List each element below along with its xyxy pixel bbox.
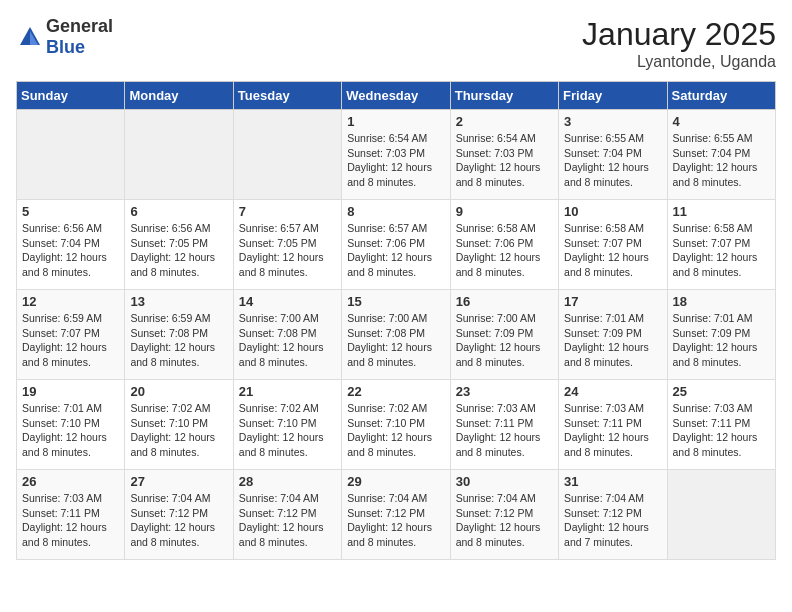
calendar-cell: 21Sunrise: 7:02 AMSunset: 7:10 PMDayligh… [233,380,341,470]
cell-daylight-info: Sunrise: 7:02 AMSunset: 7:10 PMDaylight:… [130,401,227,460]
calendar-cell: 14Sunrise: 7:00 AMSunset: 7:08 PMDayligh… [233,290,341,380]
calendar-cell: 28Sunrise: 7:04 AMSunset: 7:12 PMDayligh… [233,470,341,560]
calendar-cell [233,110,341,200]
day-number: 5 [22,204,119,219]
day-number: 14 [239,294,336,309]
day-number: 2 [456,114,553,129]
day-header-friday: Friday [559,82,667,110]
calendar-cell: 5Sunrise: 6:56 AMSunset: 7:04 PMDaylight… [17,200,125,290]
calendar-cell [667,470,775,560]
cell-daylight-info: Sunrise: 7:01 AMSunset: 7:10 PMDaylight:… [22,401,119,460]
calendar-cell: 18Sunrise: 7:01 AMSunset: 7:09 PMDayligh… [667,290,775,380]
day-number: 25 [673,384,770,399]
calendar-cell: 2Sunrise: 6:54 AMSunset: 7:03 PMDaylight… [450,110,558,200]
calendar-cell: 24Sunrise: 7:03 AMSunset: 7:11 PMDayligh… [559,380,667,470]
cell-daylight-info: Sunrise: 6:54 AMSunset: 7:03 PMDaylight:… [347,131,444,190]
calendar-cell: 9Sunrise: 6:58 AMSunset: 7:06 PMDaylight… [450,200,558,290]
location-subtitle: Lyantonde, Uganda [582,53,776,71]
day-number: 13 [130,294,227,309]
cell-daylight-info: Sunrise: 6:55 AMSunset: 7:04 PMDaylight:… [673,131,770,190]
calendar-cell: 19Sunrise: 7:01 AMSunset: 7:10 PMDayligh… [17,380,125,470]
day-number: 17 [564,294,661,309]
calendar-cell: 11Sunrise: 6:58 AMSunset: 7:07 PMDayligh… [667,200,775,290]
cell-daylight-info: Sunrise: 7:04 AMSunset: 7:12 PMDaylight:… [564,491,661,550]
calendar-cell: 1Sunrise: 6:54 AMSunset: 7:03 PMDaylight… [342,110,450,200]
page-header: General Blue January 2025 Lyantonde, Uga… [16,16,776,71]
cell-daylight-info: Sunrise: 7:01 AMSunset: 7:09 PMDaylight:… [673,311,770,370]
calendar-cell: 17Sunrise: 7:01 AMSunset: 7:09 PMDayligh… [559,290,667,380]
logo-text: General Blue [46,16,113,58]
title-block: January 2025 Lyantonde, Uganda [582,16,776,71]
cell-daylight-info: Sunrise: 6:58 AMSunset: 7:06 PMDaylight:… [456,221,553,280]
day-number: 28 [239,474,336,489]
calendar-week-row: 1Sunrise: 6:54 AMSunset: 7:03 PMDaylight… [17,110,776,200]
calendar-cell: 22Sunrise: 7:02 AMSunset: 7:10 PMDayligh… [342,380,450,470]
calendar-week-row: 12Sunrise: 6:59 AMSunset: 7:07 PMDayligh… [17,290,776,380]
cell-daylight-info: Sunrise: 7:03 AMSunset: 7:11 PMDaylight:… [22,491,119,550]
day-number: 4 [673,114,770,129]
calendar-header-row: SundayMondayTuesdayWednesdayThursdayFrid… [17,82,776,110]
day-header-monday: Monday [125,82,233,110]
day-number: 21 [239,384,336,399]
cell-daylight-info: Sunrise: 7:00 AMSunset: 7:09 PMDaylight:… [456,311,553,370]
cell-daylight-info: Sunrise: 6:57 AMSunset: 7:06 PMDaylight:… [347,221,444,280]
calendar-cell: 20Sunrise: 7:02 AMSunset: 7:10 PMDayligh… [125,380,233,470]
day-number: 31 [564,474,661,489]
day-number: 16 [456,294,553,309]
calendar-week-row: 19Sunrise: 7:01 AMSunset: 7:10 PMDayligh… [17,380,776,470]
cell-daylight-info: Sunrise: 7:04 AMSunset: 7:12 PMDaylight:… [347,491,444,550]
calendar-table: SundayMondayTuesdayWednesdayThursdayFrid… [16,81,776,560]
day-number: 18 [673,294,770,309]
day-number: 1 [347,114,444,129]
calendar-cell: 13Sunrise: 6:59 AMSunset: 7:08 PMDayligh… [125,290,233,380]
cell-daylight-info: Sunrise: 7:00 AMSunset: 7:08 PMDaylight:… [347,311,444,370]
cell-daylight-info: Sunrise: 7:00 AMSunset: 7:08 PMDaylight:… [239,311,336,370]
calendar-cell: 26Sunrise: 7:03 AMSunset: 7:11 PMDayligh… [17,470,125,560]
day-number: 7 [239,204,336,219]
cell-daylight-info: Sunrise: 7:04 AMSunset: 7:12 PMDaylight:… [130,491,227,550]
cell-daylight-info: Sunrise: 7:03 AMSunset: 7:11 PMDaylight:… [564,401,661,460]
cell-daylight-info: Sunrise: 7:04 AMSunset: 7:12 PMDaylight:… [239,491,336,550]
cell-daylight-info: Sunrise: 6:59 AMSunset: 7:07 PMDaylight:… [22,311,119,370]
calendar-cell: 25Sunrise: 7:03 AMSunset: 7:11 PMDayligh… [667,380,775,470]
day-number: 11 [673,204,770,219]
day-number: 20 [130,384,227,399]
calendar-cell: 12Sunrise: 6:59 AMSunset: 7:07 PMDayligh… [17,290,125,380]
calendar-cell [17,110,125,200]
day-number: 30 [456,474,553,489]
cell-daylight-info: Sunrise: 7:03 AMSunset: 7:11 PMDaylight:… [456,401,553,460]
day-number: 3 [564,114,661,129]
calendar-cell: 31Sunrise: 7:04 AMSunset: 7:12 PMDayligh… [559,470,667,560]
logo-general: General [46,16,113,36]
calendar-week-row: 5Sunrise: 6:56 AMSunset: 7:04 PMDaylight… [17,200,776,290]
cell-daylight-info: Sunrise: 6:58 AMSunset: 7:07 PMDaylight:… [673,221,770,280]
cell-daylight-info: Sunrise: 7:03 AMSunset: 7:11 PMDaylight:… [673,401,770,460]
cell-daylight-info: Sunrise: 7:02 AMSunset: 7:10 PMDaylight:… [239,401,336,460]
cell-daylight-info: Sunrise: 6:55 AMSunset: 7:04 PMDaylight:… [564,131,661,190]
calendar-cell: 3Sunrise: 6:55 AMSunset: 7:04 PMDaylight… [559,110,667,200]
cell-daylight-info: Sunrise: 6:57 AMSunset: 7:05 PMDaylight:… [239,221,336,280]
cell-daylight-info: Sunrise: 6:56 AMSunset: 7:05 PMDaylight:… [130,221,227,280]
cell-daylight-info: Sunrise: 7:02 AMSunset: 7:10 PMDaylight:… [347,401,444,460]
day-number: 27 [130,474,227,489]
calendar-week-row: 26Sunrise: 7:03 AMSunset: 7:11 PMDayligh… [17,470,776,560]
day-header-thursday: Thursday [450,82,558,110]
day-number: 6 [130,204,227,219]
day-header-saturday: Saturday [667,82,775,110]
calendar-cell: 6Sunrise: 6:56 AMSunset: 7:05 PMDaylight… [125,200,233,290]
day-number: 23 [456,384,553,399]
calendar-cell: 30Sunrise: 7:04 AMSunset: 7:12 PMDayligh… [450,470,558,560]
calendar-cell: 10Sunrise: 6:58 AMSunset: 7:07 PMDayligh… [559,200,667,290]
day-number: 9 [456,204,553,219]
calendar-cell: 29Sunrise: 7:04 AMSunset: 7:12 PMDayligh… [342,470,450,560]
cell-daylight-info: Sunrise: 6:56 AMSunset: 7:04 PMDaylight:… [22,221,119,280]
calendar-cell: 7Sunrise: 6:57 AMSunset: 7:05 PMDaylight… [233,200,341,290]
day-header-sunday: Sunday [17,82,125,110]
day-number: 19 [22,384,119,399]
calendar-cell: 23Sunrise: 7:03 AMSunset: 7:11 PMDayligh… [450,380,558,470]
cell-daylight-info: Sunrise: 6:59 AMSunset: 7:08 PMDaylight:… [130,311,227,370]
logo: General Blue [16,16,113,58]
calendar-cell [125,110,233,200]
calendar-cell: 16Sunrise: 7:00 AMSunset: 7:09 PMDayligh… [450,290,558,380]
cell-daylight-info: Sunrise: 6:54 AMSunset: 7:03 PMDaylight:… [456,131,553,190]
